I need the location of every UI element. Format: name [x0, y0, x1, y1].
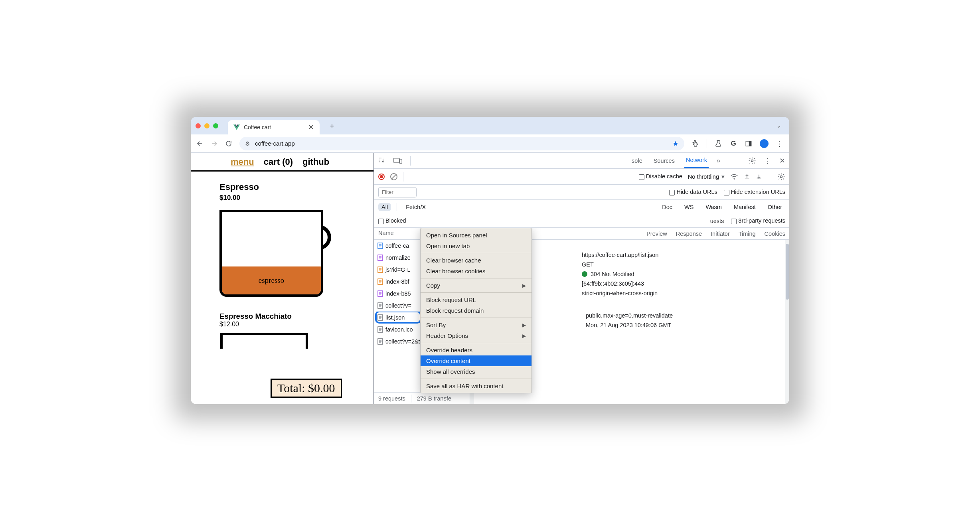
address-bar[interactable]: ⚙ coffee-cart.app ★: [239, 137, 684, 150]
third-party-checkbox[interactable]: 3rd-party requests: [731, 217, 785, 224]
download-har-icon[interactable]: [756, 173, 762, 180]
disable-cache-checkbox[interactable]: Disable cache: [639, 173, 682, 180]
minimize-window-icon[interactable]: [204, 123, 209, 128]
device-toolbar-icon[interactable]: [393, 158, 402, 164]
ctx-save-har[interactable]: Save all as HAR with content: [421, 381, 531, 391]
profile-avatar-icon[interactable]: [760, 139, 769, 148]
type-all[interactable]: All: [378, 203, 391, 211]
filter-input[interactable]: [378, 187, 417, 197]
ctx-open-new-tab[interactable]: Open in new tab: [421, 241, 531, 251]
title-bar: Coffee cart ✕ ＋ ⌄: [191, 117, 789, 134]
transfer-size: 279 B transfe: [417, 395, 451, 402]
nav-github-link[interactable]: github: [302, 157, 329, 167]
details-tab-response[interactable]: Response: [676, 231, 702, 237]
close-window-icon[interactable]: [196, 123, 201, 128]
labs-icon[interactable]: [714, 140, 722, 148]
hide-extension-urls-checkbox[interactable]: Hide extension URLs: [724, 189, 785, 195]
ctx-override-headers[interactable]: Override headers: [421, 345, 531, 355]
tab-title: Coffee cart: [244, 124, 271, 130]
nav-cart-link[interactable]: cart (0): [264, 157, 293, 167]
nav-menu-link[interactable]: menu: [231, 157, 254, 167]
product-macchiato: Espresso Macchiato $12.00: [191, 299, 373, 349]
product-name: Espresso Macchiato: [219, 312, 373, 321]
bookmark-star-icon[interactable]: ★: [672, 139, 679, 148]
type-ws[interactable]: WS: [681, 203, 697, 211]
ctx-copy[interactable]: Copy▶: [421, 280, 531, 291]
type-fetch[interactable]: Fetch/X: [403, 203, 429, 211]
browser-tab[interactable]: Coffee cart ✕: [228, 120, 320, 134]
svg-rect-1: [749, 141, 751, 146]
details-tab-preview[interactable]: Preview: [646, 231, 667, 237]
product-price: $10.00: [219, 194, 373, 202]
request-name: js?id=G-L: [385, 266, 410, 273]
svg-point-7: [780, 176, 782, 178]
traffic-lights: [196, 123, 218, 128]
ctx-clear-cache[interactable]: Clear browser cache: [421, 255, 531, 266]
type-other[interactable]: Other: [765, 203, 785, 211]
devtools-kebab-icon[interactable]: ⋮: [764, 156, 771, 165]
ctx-sort-by[interactable]: Sort By▶: [421, 320, 531, 330]
throttling-select[interactable]: No throttling▾: [688, 174, 725, 180]
tabs-dropdown-icon[interactable]: ⌄: [773, 121, 784, 130]
request-name: normalize: [385, 255, 411, 261]
chevron-right-icon: ▶: [522, 283, 526, 288]
ctx-block-url[interactable]: Block request URL: [421, 294, 531, 305]
forward-icon[interactable]: [211, 140, 218, 147]
clear-icon[interactable]: [390, 173, 397, 180]
devtools-close-icon[interactable]: ✕: [779, 156, 785, 165]
details-scrollbar[interactable]: [785, 240, 789, 404]
blocked-requests-checkbox[interactable]: Blocked: [378, 217, 406, 224]
settings-gear-icon[interactable]: [748, 157, 756, 165]
back-icon[interactable]: [196, 140, 204, 147]
request-name: index-8bf: [385, 278, 409, 285]
ctx-show-all-overrides[interactable]: Show all overrides: [421, 366, 531, 377]
devtools-panel: sole Sources Network » ⋮ ✕ Disable cache: [374, 153, 789, 404]
type-wasm[interactable]: Wasm: [702, 203, 725, 211]
request-name: index-b85: [385, 290, 411, 297]
total-badge[interactable]: Total: $0.00: [271, 379, 342, 398]
network-toolbar: Disable cache No throttling▾: [374, 169, 789, 185]
kebab-menu-icon[interactable]: ⋮: [776, 140, 784, 148]
request-name: favicon.ico: [385, 326, 413, 333]
type-doc[interactable]: Doc: [659, 203, 676, 211]
extensions-icon[interactable]: [692, 140, 699, 148]
ctx-header-options[interactable]: Header Options▶: [421, 330, 531, 341]
request-name: coffee-ca: [385, 243, 409, 249]
context-menu: Open in Sources panel Open in new tab Cl…: [420, 228, 532, 393]
tab-sources[interactable]: Sources: [652, 154, 676, 168]
network-blocked-row: Blocked uests 3rd-party requests: [374, 214, 789, 228]
tab-console-partial[interactable]: sole: [630, 154, 644, 168]
ctx-clear-cookies[interactable]: Clear browser cookies: [421, 266, 531, 276]
details-tab-cookies[interactable]: Cookies: [765, 231, 785, 237]
upload-har-icon[interactable]: [744, 173, 750, 180]
tab-network[interactable]: Network: [684, 153, 709, 168]
more-tabs-icon[interactable]: »: [717, 157, 720, 164]
google-icon[interactable]: G: [729, 140, 737, 148]
details-tab-initiator[interactable]: Initiator: [711, 231, 730, 237]
new-tab-icon[interactable]: ＋: [328, 121, 336, 130]
hide-data-urls-checkbox[interactable]: Hide data URLs: [669, 189, 717, 195]
vue-favicon-icon: [233, 124, 240, 130]
page-nav: menu cart (0) github: [191, 153, 373, 170]
wifi-icon[interactable]: [730, 174, 738, 180]
record-icon[interactable]: [378, 174, 385, 180]
ctx-open-sources[interactable]: Open in Sources panel: [421, 230, 531, 241]
chevron-right-icon: ▶: [522, 333, 526, 339]
type-manifest[interactable]: Manifest: [731, 203, 759, 211]
network-settings-gear-icon[interactable]: [777, 173, 785, 181]
ctx-block-domain[interactable]: Block request domain: [421, 305, 531, 316]
inspect-element-icon[interactable]: [378, 157, 385, 164]
network-footer: 9 requests 279 B transfe: [374, 392, 470, 404]
ctx-override-content[interactable]: Override content: [421, 355, 531, 366]
network-filter-row: Hide data URLs Hide extension URLs: [374, 185, 789, 200]
details-tab-timing[interactable]: Timing: [739, 231, 756, 237]
reload-icon[interactable]: [225, 140, 232, 147]
panel-icon[interactable]: [745, 140, 753, 148]
maximize-window-icon[interactable]: [213, 123, 218, 128]
site-settings-icon[interactable]: ⚙: [245, 140, 250, 147]
close-tab-icon[interactable]: ✕: [308, 123, 314, 132]
mug-illustration[interactable]: espresso: [219, 207, 327, 299]
request-name: list.json: [385, 314, 405, 321]
chevron-right-icon: ▶: [522, 322, 526, 328]
product-espresso: Espresso $10.00 espresso: [191, 172, 373, 299]
